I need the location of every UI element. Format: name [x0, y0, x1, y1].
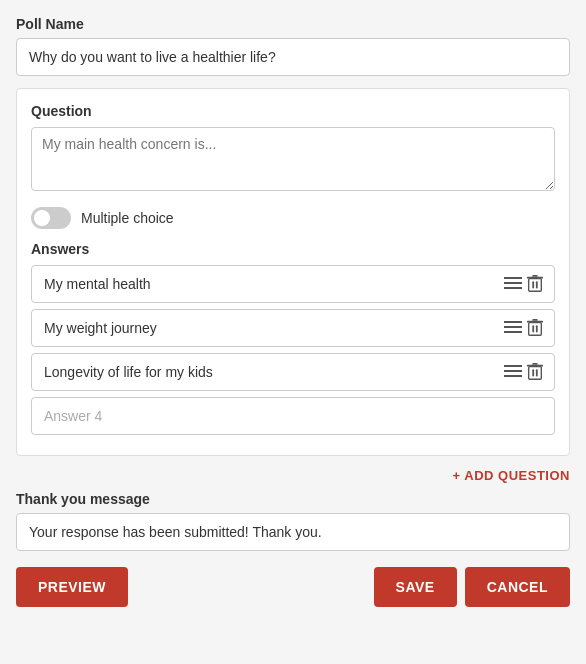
svg-rect-15 [536, 325, 538, 332]
svg-rect-2 [504, 287, 522, 289]
footer-row: PREVIEW SAVE CANCEL [16, 567, 570, 607]
answer-row-3: Longevity of life for my kids [31, 353, 555, 391]
multiple-choice-row: Multiple choice [31, 207, 555, 229]
poll-name-input[interactable] [16, 38, 570, 76]
add-question-button[interactable]: + ADD QUESTION [453, 468, 570, 483]
svg-rect-19 [529, 367, 542, 380]
svg-rect-6 [532, 281, 534, 288]
svg-rect-8 [504, 321, 522, 323]
thank-you-label: Thank you message [16, 491, 570, 507]
multiple-choice-label: Multiple choice [81, 210, 174, 226]
question-textarea[interactable] [31, 127, 555, 191]
add-question-row: + ADD QUESTION [16, 468, 570, 483]
preview-button[interactable]: PREVIEW [16, 567, 128, 607]
svg-rect-23 [536, 369, 538, 376]
answer-text-3: Longevity of life for my kids [32, 354, 494, 390]
question-card: Question Multiple choice Answers My ment… [16, 88, 570, 456]
svg-rect-14 [532, 325, 534, 332]
answers-label: Answers [31, 241, 555, 257]
answer-text-1: My mental health [32, 266, 494, 302]
delete-icon-2[interactable] [526, 319, 544, 337]
svg-rect-0 [504, 277, 522, 279]
svg-rect-4 [527, 277, 543, 279]
save-button[interactable]: SAVE [374, 567, 457, 607]
answer-row-2: My weight journey [31, 309, 555, 347]
poll-name-label: Poll Name [16, 16, 570, 32]
answer-icons-2 [494, 319, 554, 337]
svg-rect-7 [536, 281, 538, 288]
reorder-icon-1[interactable] [504, 275, 522, 293]
delete-icon-1[interactable] [526, 275, 544, 293]
svg-rect-1 [504, 282, 522, 284]
thank-you-section: Thank you message [16, 491, 570, 551]
svg-rect-17 [504, 370, 522, 372]
multiple-choice-toggle[interactable] [31, 207, 71, 229]
svg-rect-3 [529, 279, 542, 292]
answer-placeholder-4: Answer 4 [32, 398, 554, 434]
svg-rect-11 [529, 323, 542, 336]
svg-rect-20 [527, 365, 543, 367]
reorder-icon-3[interactable] [504, 363, 522, 381]
delete-icon-3[interactable] [526, 363, 544, 381]
right-buttons: SAVE CANCEL [374, 567, 570, 607]
reorder-icon-2[interactable] [504, 319, 522, 337]
answer-text-2: My weight journey [32, 310, 494, 346]
thank-you-input[interactable] [16, 513, 570, 551]
svg-rect-22 [532, 369, 534, 376]
answer-icons-1 [494, 275, 554, 293]
svg-rect-9 [504, 326, 522, 328]
svg-rect-18 [504, 375, 522, 377]
svg-rect-16 [504, 365, 522, 367]
svg-rect-10 [504, 331, 522, 333]
answer-row-1: My mental health [31, 265, 555, 303]
cancel-button[interactable]: CANCEL [465, 567, 570, 607]
svg-rect-13 [532, 319, 537, 321]
answer-icons-3 [494, 363, 554, 381]
svg-rect-5 [532, 275, 537, 277]
answer-row-4[interactable]: Answer 4 [31, 397, 555, 435]
svg-rect-12 [527, 321, 543, 323]
question-label: Question [31, 103, 555, 119]
svg-rect-21 [532, 363, 537, 365]
poll-name-section: Poll Name [16, 16, 570, 76]
